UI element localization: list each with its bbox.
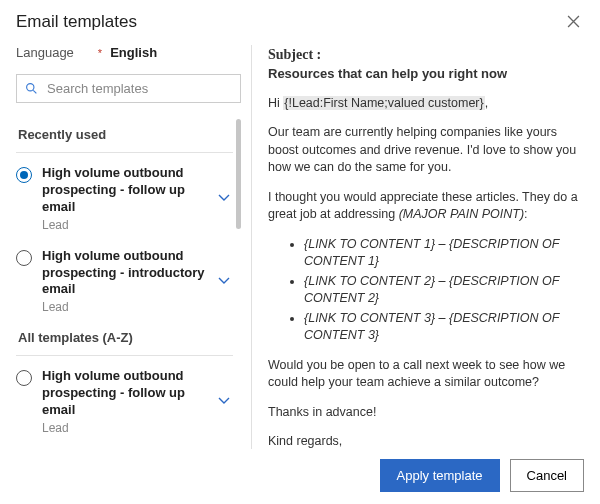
content-links-list: {LINK TO CONTENT 1} – {DESCRIPTION OF CO… (268, 236, 584, 345)
content-link-item: {LINK TO CONTENT 1} – {DESCRIPTION OF CO… (304, 236, 584, 271)
dialog-body: Language * English Recently used High vo… (16, 39, 584, 449)
radio-selected[interactable] (16, 167, 32, 183)
signoff: Kind regards, (268, 433, 584, 449)
scrollbar[interactable] (236, 119, 241, 229)
template-title: High volume outbound prospecting - follo… (42, 165, 211, 216)
radio-unselected[interactable] (16, 250, 32, 266)
subject-line: Resources that can help you right now (268, 65, 584, 83)
search-input[interactable] (45, 80, 232, 97)
body-para-1: Our team are currently helping companies… (268, 124, 584, 177)
chevron-down-icon[interactable] (217, 393, 233, 410)
section-recently-used: Recently used (16, 121, 233, 153)
body-para-2: I thought you would appreciate these art… (268, 189, 584, 224)
search-box[interactable] (16, 74, 241, 103)
para2-em: (MAJOR PAIN POINT) (399, 207, 524, 221)
body-para-4: Thanks in advance! (268, 404, 584, 422)
content-link-item: {LINK TO CONTENT 2} – {DESCRIPTION OF CO… (304, 273, 584, 308)
template-sub: Lead (42, 300, 211, 314)
close-icon[interactable] (563, 12, 584, 33)
preview-pane: Subject : Resources that can help you ri… (251, 45, 584, 449)
search-icon (25, 82, 38, 95)
required-star: * (98, 47, 102, 59)
greeting-prefix: Hi (268, 96, 283, 110)
greeting-suffix: , (485, 96, 488, 110)
svg-point-0 (27, 84, 34, 91)
content-link-item: {LINK TO CONTENT 3} – {DESCRIPTION OF CO… (304, 310, 584, 345)
cancel-button[interactable]: Cancel (510, 459, 584, 492)
chevron-down-icon[interactable] (217, 190, 233, 207)
section-all-templates: All templates (A-Z) (16, 324, 233, 356)
apply-template-button[interactable]: Apply template (380, 459, 500, 492)
template-text: High volume outbound prospecting - intro… (42, 248, 217, 315)
template-item[interactable]: High volume outbound prospecting - follo… (16, 157, 233, 240)
svg-line-1 (33, 90, 36, 93)
template-list: Recently used High volume outbound prosp… (16, 119, 241, 449)
template-title: High volume outbound prospecting - intro… (42, 248, 211, 299)
left-pane: Language * English Recently used High vo… (16, 45, 251, 449)
template-text: High volume outbound prospecting - follo… (42, 368, 217, 435)
language-label: Language (16, 45, 74, 60)
dialog-footer: Apply template Cancel (16, 449, 584, 492)
template-text: High volume outbound prospecting - follo… (42, 165, 217, 232)
language-row: Language * English (16, 45, 241, 60)
subject-label: Subject : (268, 45, 584, 65)
language-value[interactable]: English (110, 45, 157, 60)
email-templates-dialog: Email templates Language * English Recen… (0, 0, 600, 504)
template-item[interactable]: High volume outbound prospecting - follo… (16, 360, 233, 443)
dialog-header: Email templates (16, 12, 584, 39)
template-sub: Lead (42, 218, 211, 232)
body-para-3: Would you be open to a call next week to… (268, 357, 584, 392)
greeting: Hi {!Lead:First Name;valued customer}, (268, 95, 584, 113)
template-title: High volume outbound prospecting - follo… (42, 368, 211, 419)
dialog-title: Email templates (16, 12, 137, 32)
merge-field-lead-name: {!Lead:First Name;valued customer} (283, 96, 484, 110)
template-item[interactable]: High volume outbound prospecting - intro… (16, 443, 233, 449)
chevron-down-icon[interactable] (217, 273, 233, 290)
template-item[interactable]: High volume outbound prospecting - intro… (16, 240, 233, 323)
radio-unselected[interactable] (16, 370, 32, 386)
template-sub: Lead (42, 421, 211, 435)
para2-suffix: : (524, 207, 527, 221)
